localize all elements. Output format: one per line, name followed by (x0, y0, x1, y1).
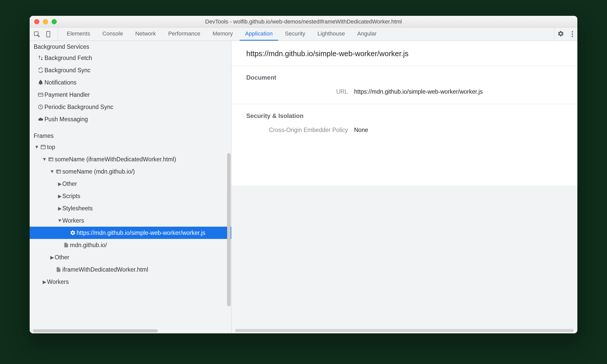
traffic-lights (34, 19, 57, 24)
sidebar-item-push-messaging[interactable]: Push Messaging (30, 113, 231, 125)
titlebar: DevTools - wolfib.github.io/web-demos/ne… (30, 16, 577, 28)
sidebar-item-background-fetch[interactable]: Background Fetch (30, 52, 231, 64)
tree-item-worker-url[interactable]: https://mdn.github.io/simple-web-worker/… (30, 227, 231, 239)
sidebar-item-label: Periodic Background Sync (44, 104, 113, 111)
tree-item-label: Stylesheets (62, 205, 93, 212)
tree-item-frame-1[interactable]: ▼ someName (iframeWithDedicatedWorker.ht… (30, 153, 231, 165)
tree-item-stylesheets[interactable]: ▶ Stylesheets (30, 202, 231, 214)
toolbar: Elements Console Network Performance Mem… (30, 28, 577, 41)
tab-angular[interactable]: Angular (352, 28, 382, 41)
kv-val-url: https://mdn.github.io/simple-web-worker/… (354, 87, 483, 96)
chevron-down-icon[interactable]: ▼ (50, 169, 55, 174)
device-toolbar-icon[interactable] (45, 31, 52, 38)
chevron-right-icon[interactable]: ▶ (57, 193, 62, 199)
window-icon (39, 144, 47, 150)
tree-item-other[interactable]: ▶ Other (30, 178, 231, 190)
chevron-right-icon[interactable]: ▶ (57, 181, 62, 187)
devtools-window: DevTools - wolfib.github.io/web-demos/ne… (30, 16, 577, 333)
updown-icon (37, 55, 44, 61)
chevron-down-icon[interactable]: ▼ (42, 156, 47, 162)
sidebar-item-periodic-background-sync[interactable]: Periodic Background Sync (30, 101, 231, 113)
tab-lighthouse[interactable]: Lighthouse (312, 28, 351, 41)
sidebar-item-label: Background Fetch (44, 55, 92, 62)
svg-rect-3 (38, 93, 43, 96)
sidebar-section-background-services: Background Services (30, 41, 231, 52)
sidebar-section-frames: Frames (30, 130, 231, 141)
tree-item-label: Workers (47, 278, 69, 285)
tree-item-document-mdn[interactable]: mdn.github.io/ (30, 239, 231, 251)
tree-item-workers[interactable]: ▼ Workers (30, 214, 231, 227)
tree-item-scripts[interactable]: ▶ Scripts (30, 190, 231, 202)
tree-item-label: Workers (62, 217, 84, 224)
frame-icon (47, 156, 55, 162)
tree-item-document-iframe[interactable]: iframeWithDedicatedWorker.html (30, 263, 231, 276)
sidebar-item-notifications[interactable]: Notifications (30, 76, 231, 89)
tree-item-top[interactable]: ▼ top (30, 141, 231, 153)
tab-elements[interactable]: Elements (61, 28, 96, 41)
bell-icon (37, 80, 44, 85)
more-options-icon[interactable] (569, 31, 575, 38)
main-header-url: https://mdn.github.io/simple-web-worker/… (231, 41, 577, 66)
tab-performance[interactable]: Performance (162, 28, 206, 41)
cloud-icon (37, 116, 44, 122)
tree-item-label: Other (55, 254, 69, 261)
tab-console[interactable]: Console (97, 28, 129, 41)
tab-application[interactable]: Application (240, 28, 278, 41)
block-security-isolation: Security & Isolation Cross-Origin Embedd… (231, 104, 577, 142)
tree-item-label: someName (iframeWithDedicatedWorker.html… (55, 156, 176, 163)
inspect-element-icon[interactable] (33, 31, 40, 38)
sidebar-horizontal-scrollbar[interactable] (30, 328, 231, 333)
settings-icon[interactable] (557, 30, 564, 38)
content-area: Background Services Background Fetch (30, 41, 577, 333)
frame-icon (55, 169, 62, 174)
svg-rect-1 (46, 31, 50, 37)
main-horizontal-scrollbar[interactable] (231, 328, 577, 333)
chevron-right-icon[interactable]: ▶ (57, 205, 62, 211)
svg-rect-8 (49, 158, 53, 161)
tree-item-workers-2[interactable]: ▶ Workers (30, 276, 231, 288)
chevron-right-icon[interactable]: ▶ (42, 279, 47, 285)
gear-icon (69, 230, 77, 236)
window-close-button[interactable] (34, 19, 39, 24)
chevron-down-icon[interactable]: ▼ (57, 218, 62, 223)
tree-item-label: Other (62, 180, 77, 187)
sidebar-vertical-scrollbar[interactable] (227, 153, 231, 306)
kv-row-url: URL https://mdn.github.io/simple-web-wor… (231, 86, 577, 98)
svg-rect-11 (56, 170, 61, 173)
tree-item-frame-2[interactable]: ▼ someName (mdn.github.io/) (30, 165, 231, 178)
sidebar-item-label: Push Messaging (44, 116, 88, 123)
window-title: DevTools - wolfib.github.io/web-demos/ne… (30, 18, 577, 25)
sidebar-item-label: Notifications (44, 79, 76, 86)
chevron-down-icon[interactable]: ▼ (34, 144, 39, 150)
main-panel: https://mdn.github.io/simple-web-worker/… (231, 41, 577, 333)
block-title-security: Security & Isolation (231, 104, 577, 124)
tree-item-label: mdn.github.io/ (70, 242, 107, 249)
window-minimize-button[interactable] (43, 19, 48, 24)
sync-icon (37, 67, 44, 73)
document-icon (62, 242, 70, 248)
sidebar-item-payment-handler[interactable]: Payment Handler (30, 89, 231, 101)
kv-row-coep: Cross-Origin Embedder Policy None (231, 124, 577, 136)
window-maximize-button[interactable] (52, 19, 57, 24)
block-document: Document URL https://mdn.github.io/simpl… (231, 66, 577, 104)
tree-item-label: iframeWithDedicatedWorker.html (62, 266, 148, 273)
card-icon (37, 92, 44, 98)
tab-memory[interactable]: Memory (207, 28, 238, 41)
tree-item-label: Scripts (62, 193, 80, 200)
svg-rect-6 (41, 145, 45, 149)
tree-item-other-2[interactable]: ▶ Other (30, 251, 231, 263)
document-icon (55, 267, 62, 272)
sidebar-item-label: Payment Handler (44, 91, 90, 98)
tab-network[interactable]: Network (130, 28, 161, 41)
kv-val-coep: None (354, 126, 368, 135)
sidebar-item-label: Background Sync (44, 67, 90, 74)
sidebar: Background Services Background Fetch (30, 41, 231, 333)
sidebar-item-background-sync[interactable]: Background Sync (30, 64, 231, 76)
kv-key-coep: Cross-Origin Embedder Policy (231, 126, 354, 135)
block-title-document: Document (231, 66, 577, 86)
clock-icon (37, 104, 44, 110)
tree-item-label: someName (mdn.github.io/) (62, 168, 135, 175)
tree-item-label: https://mdn.github.io/simple-web-worker/… (77, 229, 205, 236)
tab-security[interactable]: Security (279, 28, 311, 41)
chevron-right-icon[interactable]: ▶ (50, 254, 55, 260)
